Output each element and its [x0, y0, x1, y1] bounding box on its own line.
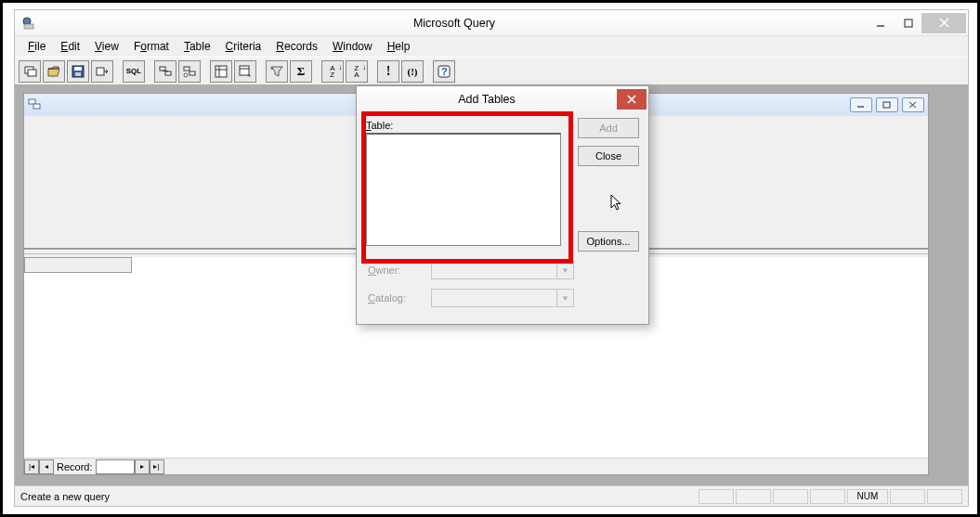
- menu-table[interactable]: Table: [176, 38, 218, 55]
- add-table-button[interactable]: [178, 60, 201, 83]
- menu-help[interactable]: Help: [380, 38, 418, 55]
- catalog-combo: ▼: [431, 289, 574, 307]
- sql-button[interactable]: SQL: [123, 60, 145, 83]
- new-query-button[interactable]: [19, 60, 41, 83]
- auto-query-button[interactable]: (!): [401, 60, 424, 83]
- dialog-title: Add Tables: [357, 93, 617, 106]
- record-first-button[interactable]: |◂: [24, 459, 39, 474]
- sort-asc-button[interactable]: AZ↓: [321, 60, 344, 83]
- maximize-button[interactable]: [894, 13, 921, 33]
- criteria-button[interactable]: [210, 60, 232, 83]
- owner-label: Owner:: [368, 265, 400, 276]
- minimize-button[interactable]: [866, 13, 894, 33]
- menu-criteria[interactable]: Criteria: [218, 38, 269, 55]
- catalog-label: Catalog:: [368, 292, 406, 304]
- svg-text:+: +: [247, 71, 252, 79]
- status-cell-6: [890, 489, 925, 504]
- status-cell-3: [773, 489, 808, 504]
- svg-rect-13: [165, 71, 171, 75]
- menu-format[interactable]: Format: [126, 38, 176, 55]
- svg-rect-30: [883, 102, 890, 108]
- svg-rect-9: [74, 67, 82, 71]
- sort-desc-button[interactable]: ZA↓: [346, 60, 368, 83]
- menu-view[interactable]: View: [87, 38, 126, 55]
- status-cell-1: [699, 489, 734, 504]
- add-criteria-button[interactable]: +: [234, 60, 256, 83]
- toolbar: SQL + = Σ AZ↓ ZA↓ ! (!) ?: [15, 57, 968, 84]
- return-data-button[interactable]: [91, 60, 113, 83]
- menu-edit[interactable]: Edit: [53, 38, 87, 55]
- menu-file[interactable]: File: [20, 38, 53, 55]
- svg-text:=: =: [270, 66, 274, 71]
- options-button[interactable]: Options...: [578, 231, 639, 252]
- titlebar: Microsoft Query: [15, 10, 968, 36]
- svg-rect-12: [160, 67, 165, 71]
- svg-rect-15: [184, 67, 189, 71]
- dialog-titlebar[interactable]: Add Tables: [357, 86, 648, 112]
- query-window-icon: [28, 97, 43, 112]
- svg-rect-10: [75, 72, 81, 76]
- record-next-button[interactable]: ▸: [135, 459, 150, 474]
- record-last-button[interactable]: ▸|: [150, 459, 164, 474]
- table-listbox[interactable]: [366, 133, 561, 246]
- add-tables-dialog: Add Tables Table: Add Close Options... O…: [356, 85, 649, 325]
- svg-rect-3: [905, 19, 912, 27]
- svg-rect-18: [216, 66, 227, 77]
- dialog-close-button[interactable]: [617, 89, 647, 110]
- status-num-lock: NUM: [847, 489, 888, 504]
- owner-combo: ▼: [431, 261, 574, 279]
- record-label: Record:: [54, 461, 96, 472]
- save-button[interactable]: [67, 60, 89, 83]
- status-cell-2: [736, 489, 771, 504]
- menubar: File Edit View Format Table Criteria Rec…: [15, 36, 968, 57]
- svg-rect-1: [24, 24, 33, 29]
- add-button[interactable]: Add: [578, 118, 639, 138]
- svg-rect-7: [28, 70, 36, 76]
- child-maximize-button[interactable]: [876, 97, 898, 112]
- show-tables-button[interactable]: [154, 60, 176, 83]
- record-navigator: |◂ ◂ Record: ▸ ▸|: [24, 458, 928, 474]
- svg-text:?: ?: [441, 66, 448, 77]
- child-close-button[interactable]: [902, 97, 924, 112]
- svg-rect-11: [97, 68, 104, 75]
- status-cell-4: [810, 489, 845, 504]
- totals-button[interactable]: Σ: [290, 60, 312, 83]
- run-query-button[interactable]: !: [377, 60, 399, 83]
- status-message: Create a new query: [20, 491, 697, 502]
- child-minimize-button[interactable]: [850, 97, 872, 112]
- app-icon: [20, 15, 37, 32]
- close-dialog-button[interactable]: Close: [578, 146, 639, 166]
- svg-rect-28: [33, 104, 40, 109]
- filter-button[interactable]: =: [266, 60, 288, 83]
- grid-column-header[interactable]: [24, 257, 132, 273]
- status-bar: Create a new query NUM: [15, 485, 968, 506]
- svg-rect-27: [29, 99, 35, 104]
- menu-window[interactable]: Window: [325, 38, 380, 55]
- open-button[interactable]: [43, 60, 65, 83]
- record-prev-button[interactable]: ◂: [39, 459, 54, 474]
- close-button[interactable]: [921, 13, 966, 33]
- window-title: Microsoft Query: [43, 17, 866, 30]
- help-button[interactable]: ?: [433, 60, 455, 83]
- menu-records[interactable]: Records: [268, 38, 325, 55]
- svg-line-14: [163, 71, 168, 71]
- svg-rect-16: [189, 71, 195, 75]
- svg-point-17: [184, 73, 188, 77]
- status-cell-7: [927, 489, 962, 504]
- record-number-input[interactable]: [96, 459, 135, 474]
